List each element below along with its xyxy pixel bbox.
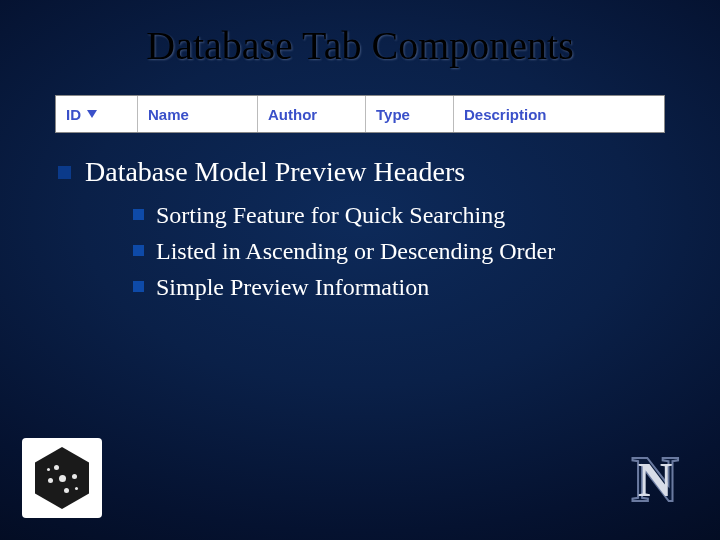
bullet-list: Database Model Preview Headers Sorting F… — [48, 153, 672, 305]
list-item: Sorting Feature for Quick Searching — [133, 197, 555, 233]
col-id[interactable]: ID — [56, 96, 138, 132]
square-bullet-icon — [133, 281, 144, 292]
col-description-label: Description — [464, 106, 547, 123]
col-type[interactable]: Type — [366, 96, 454, 132]
sort-desc-icon — [87, 110, 97, 118]
col-type-label: Type — [376, 106, 410, 123]
square-bullet-icon — [58, 166, 71, 179]
list-item: Listed in Ascending or Descending Order — [133, 233, 555, 269]
db-header-row: ID Name Author Type Description — [55, 95, 665, 133]
sub-bullet-text: Sorting Feature for Quick Searching — [156, 197, 505, 233]
square-bullet-icon — [133, 245, 144, 256]
list-item: Database Model Preview Headers Sorting F… — [58, 153, 672, 305]
sub-bullet-list: Sorting Feature for Quick Searching List… — [133, 197, 555, 305]
neuron-icon — [59, 475, 66, 482]
sub-bullet-text: Simple Preview Information — [156, 269, 429, 305]
col-id-label: ID — [66, 106, 81, 123]
col-author-label: Author — [268, 106, 317, 123]
n-letter-inner: N — [638, 452, 673, 507]
col-name-label: Name — [148, 106, 189, 123]
main-bullet-text: Database Model Preview Headers — [85, 156, 465, 187]
hexagon-icon — [35, 447, 89, 509]
sub-bullet-text: Listed in Ascending or Descending Order — [156, 233, 555, 269]
nevada-n-logo: N N — [620, 444, 690, 514]
col-name[interactable]: Name — [138, 96, 258, 132]
square-bullet-icon — [133, 209, 144, 220]
list-item: Simple Preview Information — [133, 269, 555, 305]
col-author[interactable]: Author — [258, 96, 366, 132]
slide-title: Database Tab Components — [48, 22, 672, 69]
neuron-logo — [22, 438, 102, 518]
slide: Database Tab Components ID Name Author T… — [0, 0, 720, 540]
col-description[interactable]: Description — [454, 96, 664, 132]
